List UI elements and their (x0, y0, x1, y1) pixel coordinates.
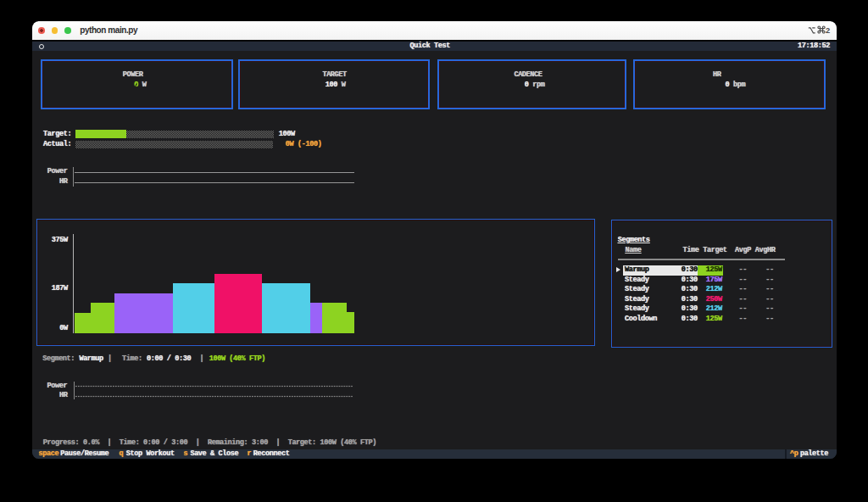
svg-text:2: 2 (826, 25, 830, 35)
